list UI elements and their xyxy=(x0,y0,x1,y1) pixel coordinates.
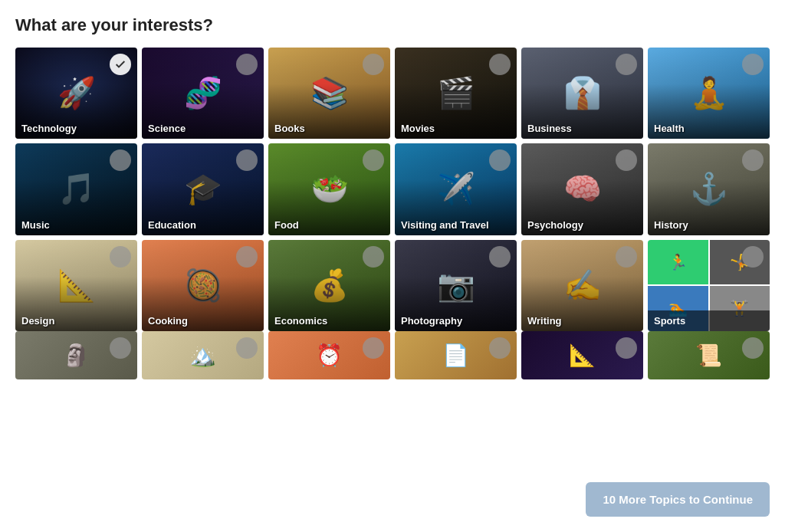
tile-check-photography xyxy=(489,246,511,268)
tile-check-bottom-bottom1 xyxy=(110,337,131,359)
tile-economics[interactable]: 💰Economics xyxy=(268,240,390,331)
tile-label-sports: Sports xyxy=(648,310,770,331)
tile-label-history: History xyxy=(648,215,695,235)
tile-label-technology: Technology xyxy=(15,118,83,139)
tile-bottom-bottom5[interactable]: 📐 xyxy=(521,331,643,380)
tile-label-design: Design xyxy=(15,310,61,331)
tile-movies[interactable]: 🎬Movies xyxy=(395,48,517,139)
tile-bottom-bottom1[interactable]: 🗿 xyxy=(15,331,137,380)
tile-business[interactable]: 👔Business xyxy=(521,48,643,139)
tile-design[interactable]: 📐Design xyxy=(15,240,137,331)
tile-check-bottom-bottom6 xyxy=(742,337,764,359)
tile-writing[interactable]: ✍️Writing xyxy=(521,240,643,331)
tile-bottom-bottom3[interactable]: ⏰ xyxy=(268,331,390,380)
tile-label-books: Books xyxy=(268,118,311,139)
tile-check-technology xyxy=(110,54,131,75)
tile-label-science: Science xyxy=(142,118,192,139)
tile-check-health xyxy=(742,54,764,75)
tile-check-sports xyxy=(742,246,764,268)
continue-button[interactable]: 10 More Topics to Continue xyxy=(586,482,770,517)
tile-check-movies xyxy=(489,54,511,75)
tile-photography[interactable]: 📷Photography xyxy=(395,240,517,331)
tile-check-science xyxy=(236,54,258,75)
tile-check-economics xyxy=(363,246,384,268)
tile-label-photography: Photography xyxy=(395,310,468,331)
tile-check-bottom-bottom2 xyxy=(236,337,258,359)
sports-q1: 🏃 xyxy=(648,240,708,285)
tile-sports[interactable]: 🏃 🤸 🏊 🏋️ Sports xyxy=(648,240,770,331)
tile-cooking[interactable]: 🥘Cooking xyxy=(142,240,264,331)
tile-label-music: Music xyxy=(15,215,56,235)
tile-science[interactable]: 🧬Science xyxy=(142,48,264,139)
bottom-row: 🗿🏔️⏰📄📐📜 xyxy=(15,331,770,380)
tile-check-books xyxy=(363,54,384,75)
tile-check-business xyxy=(616,54,637,75)
tile-check-history xyxy=(742,149,764,171)
tile-label-movies: Movies xyxy=(395,118,441,139)
tile-check-music xyxy=(110,149,131,171)
tile-check-food xyxy=(363,149,384,171)
tile-history[interactable]: ⚓History xyxy=(648,143,770,235)
tile-label-psychology: Psychology xyxy=(521,215,590,235)
tile-label-business: Business xyxy=(521,118,578,139)
tile-label-economics: Economics xyxy=(268,310,333,331)
tile-check-writing xyxy=(616,246,637,268)
tile-bottom-bottom4[interactable]: 📄 xyxy=(395,331,517,380)
tile-bottom-bottom6[interactable]: 📜 xyxy=(648,331,770,380)
tile-visiting[interactable]: ✈️Visiting and Travel xyxy=(395,143,517,235)
tile-check-bottom-bottom4 xyxy=(489,337,511,359)
tile-bottom-bottom2[interactable]: 🏔️ xyxy=(142,331,264,380)
tile-check-education xyxy=(236,149,258,171)
tile-books[interactable]: 📚Books xyxy=(268,48,390,139)
tile-label-education: Education xyxy=(142,215,202,235)
tile-label-food: Food xyxy=(268,215,305,235)
page-title: What are your interests? xyxy=(15,15,770,35)
tile-check-bottom-bottom5 xyxy=(616,337,637,359)
tile-health[interactable]: 🧘Health xyxy=(648,48,770,139)
tile-label-visiting: Visiting and Travel xyxy=(395,215,495,235)
tile-label-cooking: Cooking xyxy=(142,310,194,331)
tile-check-bottom-bottom3 xyxy=(363,337,384,359)
tile-check-cooking xyxy=(236,246,258,268)
tile-label-writing: Writing xyxy=(521,310,568,331)
tile-education[interactable]: 🎓Education xyxy=(142,143,264,235)
tile-food[interactable]: 🥗Food xyxy=(268,143,390,235)
tile-music[interactable]: 🎵Music xyxy=(15,143,137,235)
interests-grid: 🚀Technology🧬Science📚Books🎬Movies👔Busines… xyxy=(15,48,770,331)
tile-psychology[interactable]: 🧠Psychology xyxy=(521,143,643,235)
tile-check-design xyxy=(110,246,131,268)
tile-check-psychology xyxy=(616,149,637,171)
tile-check-visiting xyxy=(489,149,511,171)
tile-technology[interactable]: 🚀Technology xyxy=(15,48,137,139)
tile-label-health: Health xyxy=(648,118,691,139)
